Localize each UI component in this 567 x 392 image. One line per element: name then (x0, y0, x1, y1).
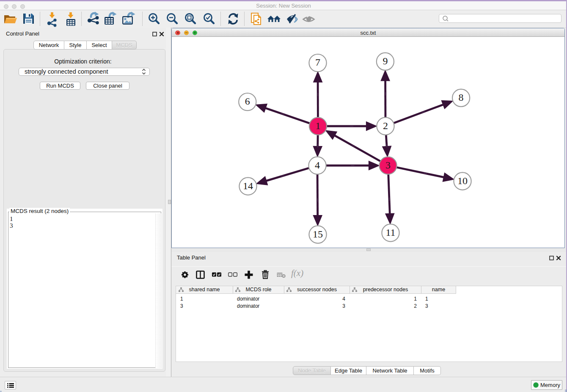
svg-text:7: 7 (315, 57, 320, 68)
svg-text:2: 2 (383, 120, 388, 131)
svg-text:1: 1 (316, 120, 321, 131)
svg-text:6: 6 (245, 96, 250, 107)
svg-text:14: 14 (243, 180, 253, 191)
svg-text:15: 15 (313, 229, 323, 240)
svg-text:11: 11 (385, 227, 395, 238)
svg-text:3: 3 (385, 160, 391, 171)
svg-text:10: 10 (457, 175, 468, 186)
svg-text:9: 9 (383, 55, 388, 66)
svg-text:4: 4 (315, 160, 320, 171)
svg-text:8: 8 (459, 92, 464, 103)
